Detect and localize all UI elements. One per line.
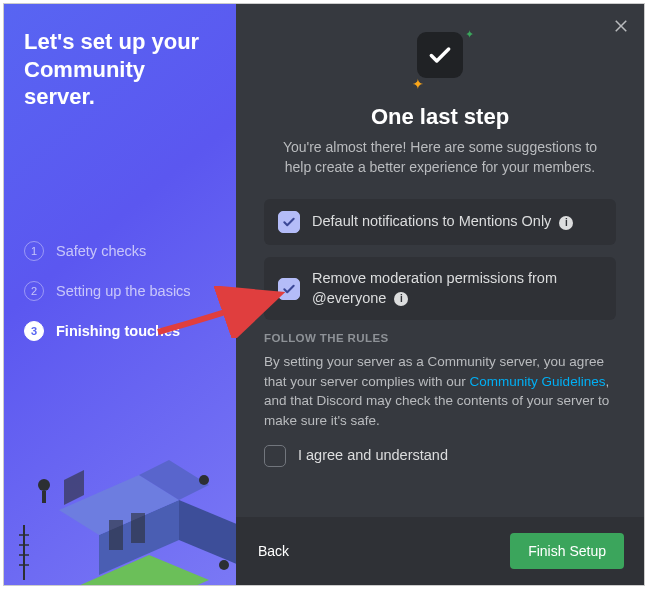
step-label: Safety checks — [56, 243, 146, 259]
svg-rect-15 — [42, 491, 46, 503]
svg-rect-6 — [131, 513, 145, 543]
svg-point-14 — [38, 479, 50, 491]
page-subtitle: You're almost there! Here are some sugge… — [264, 138, 616, 177]
agree-label: I agree and understand — [298, 446, 448, 466]
hero-icon-wrap: ✦ ✦ — [264, 26, 616, 90]
page-title: One last step — [264, 104, 616, 130]
svg-point-16 — [199, 475, 209, 485]
house-illustration — [4, 405, 236, 585]
info-icon[interactable]: i — [394, 292, 408, 306]
info-icon[interactable]: i — [559, 216, 573, 230]
svg-rect-5 — [109, 520, 123, 550]
step-number: 2 — [24, 281, 44, 301]
check-icon — [282, 215, 296, 229]
checkmark-badge — [417, 32, 463, 78]
content-area: ✦ ✦ One last step You're almost there! H… — [236, 4, 644, 517]
svg-marker-4 — [64, 470, 84, 505]
step-label: Finishing touches — [56, 323, 180, 339]
step-safety-checks[interactable]: 1 Safety checks — [24, 241, 216, 261]
step-setting-up-basics[interactable]: 2 Setting up the basics — [24, 281, 216, 301]
wizard-main-panel: ✦ ✦ One last step You're almost there! H… — [236, 4, 644, 585]
sidebar-title: Let's set up your Community server. — [24, 28, 216, 111]
step-finishing-touches[interactable]: 3 Finishing touches — [24, 321, 216, 341]
option-default-notifications[interactable]: Default notifications to Mentions Only i — [264, 199, 616, 245]
wizard-sidebar: Let's set up your Community server. 1 Sa… — [4, 4, 236, 585]
rules-heading: FOLLOW THE RULES — [264, 332, 616, 344]
back-button[interactable]: Back — [256, 537, 291, 565]
svg-marker-7 — [69, 555, 209, 585]
checkbox-notifications[interactable] — [278, 211, 300, 233]
checkmark-icon — [427, 42, 453, 68]
step-number: 3 — [24, 321, 44, 341]
checkbox-agree[interactable] — [264, 445, 286, 467]
finish-setup-button[interactable]: Finish Setup — [510, 533, 624, 569]
check-icon — [282, 282, 296, 296]
svg-marker-0 — [99, 500, 179, 575]
checkbox-moderation[interactable] — [278, 278, 300, 300]
step-number: 1 — [24, 241, 44, 261]
option-label: Remove moderation permissions from @ever… — [312, 269, 557, 308]
step-label: Setting up the basics — [56, 283, 191, 299]
svg-marker-2 — [59, 475, 179, 535]
wizard-footer: Back Finish Setup — [236, 517, 644, 585]
svg-point-17 — [219, 560, 229, 570]
sparkle-icon: ✦ — [465, 28, 474, 41]
sparkle-icon: ✦ — [412, 76, 424, 92]
community-guidelines-link[interactable]: Community Guidelines — [470, 374, 606, 389]
rules-text: By setting your server as a Community se… — [264, 352, 616, 430]
svg-marker-1 — [179, 500, 236, 565]
option-label: Default notifications to Mentions Only i — [312, 212, 573, 232]
svg-marker-3 — [139, 460, 209, 500]
step-list: 1 Safety checks 2 Setting up the basics … — [24, 241, 216, 361]
option-remove-moderation[interactable]: Remove moderation permissions from @ever… — [264, 257, 616, 320]
community-setup-modal: Let's set up your Community server. 1 Sa… — [3, 3, 645, 586]
agree-row[interactable]: I agree and understand — [264, 445, 616, 467]
